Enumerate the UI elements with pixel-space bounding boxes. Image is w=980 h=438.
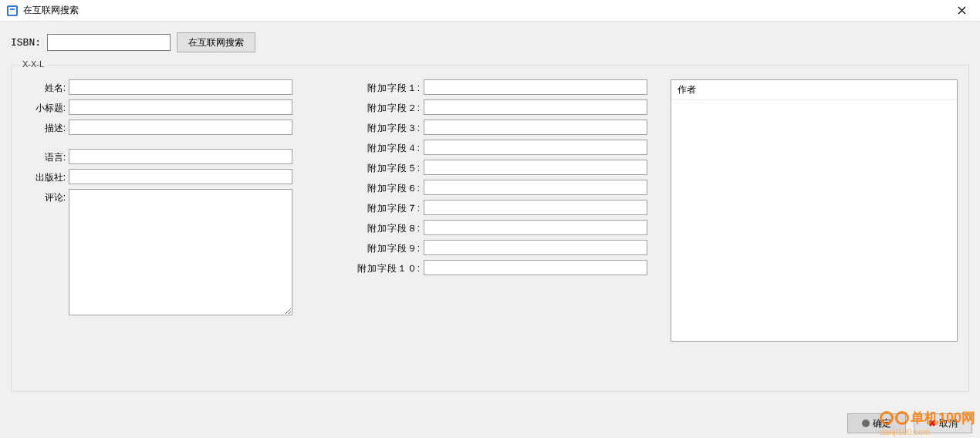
group-label: X-X-L [19, 59, 47, 69]
svg-rect-1 [8, 7, 16, 15]
extra1-label: 附加字段１: [354, 79, 424, 95]
extra10-input[interactable] [424, 260, 647, 275]
extra5-input[interactable] [424, 160, 647, 175]
search-button[interactable]: 在互联网搜索 [177, 32, 255, 52]
name-input[interactable] [69, 79, 292, 95]
ok-button[interactable]: 确定 [847, 413, 906, 433]
svg-rect-2 [10, 8, 15, 10]
ok-label: 确定 [873, 417, 891, 430]
extra10-label: 附加字段１０: [354, 260, 424, 275]
extra7-input[interactable] [424, 200, 647, 215]
details-group: X-X-L 姓名: 小标题: 描述: 语言: [11, 65, 969, 392]
description-input[interactable] [69, 120, 292, 135]
client-area: ISBN: 在互联网搜索 X-X-L 姓名: 小标题: 描述: [0, 22, 980, 438]
extra6-label: 附加字段６: [354, 180, 424, 195]
extra4-input[interactable] [424, 140, 647, 155]
middle-column: 附加字段１: 附加字段２: 附加字段３: 附加字段４: 附加字段５: 附加字段６… [354, 79, 647, 380]
ok-icon [862, 419, 870, 427]
search-row: ISBN: 在互联网搜索 [11, 32, 969, 52]
right-column: 作者 [671, 79, 958, 380]
extra1-input[interactable] [424, 79, 647, 95]
subtitle-input[interactable] [69, 99, 292, 115]
language-input[interactable] [69, 149, 292, 164]
subtitle-label: 小标题: [22, 99, 69, 115]
publisher-label: 出版社: [22, 169, 69, 184]
isbn-input[interactable] [47, 34, 171, 51]
cancel-label: 取消 [939, 417, 958, 430]
titlebar: 在互联网搜索 [0, 0, 980, 22]
close-button[interactable] [946, 0, 977, 22]
description-label: 描述: [22, 120, 69, 135]
extra3-input[interactable] [424, 120, 647, 135]
extra3-label: 附加字段３: [354, 120, 424, 135]
language-label: 语言: [22, 149, 69, 164]
cancel-button[interactable]: ✖ 取消 [914, 413, 972, 433]
left-column: 姓名: 小标题: 描述: 语言: 出版社: [22, 79, 292, 380]
isbn-label: ISBN: [11, 37, 41, 49]
window-title: 在互联网搜索 [23, 4, 946, 17]
extra7-label: 附加字段７: [354, 200, 424, 215]
extra8-label: 附加字段８: [354, 220, 424, 235]
close-icon [958, 6, 966, 15]
extra2-label: 附加字段２: [354, 99, 424, 115]
author-list-header: 作者 [671, 80, 957, 100]
extra4-label: 附加字段４: [354, 140, 424, 155]
cancel-icon: ✖ [928, 418, 936, 429]
extra2-input[interactable] [424, 99, 647, 115]
extra8-input[interactable] [424, 220, 647, 235]
footer-buttons: 确定 ✖ 取消 [847, 413, 972, 433]
extra9-input[interactable] [424, 240, 647, 255]
comment-textarea[interactable] [69, 189, 292, 315]
author-listbox[interactable]: 作者 [671, 79, 958, 342]
name-label: 姓名: [22, 79, 69, 95]
publisher-input[interactable] [69, 169, 292, 184]
extra6-input[interactable] [424, 180, 647, 195]
extra5-label: 附加字段５: [354, 160, 424, 175]
app-icon [6, 5, 19, 17]
extra9-label: 附加字段９: [354, 240, 424, 255]
comment-label: 评论: [22, 189, 69, 204]
